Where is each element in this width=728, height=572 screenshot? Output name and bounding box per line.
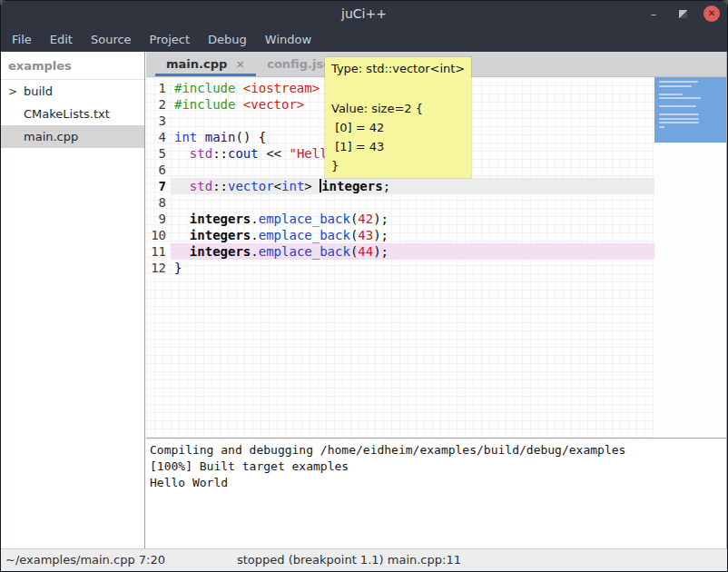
- console-line: [100%] Built target examples: [150, 459, 726, 475]
- file-tree: >buildCMakeLists.txtmain.cpp: [1, 80, 144, 148]
- code-line-11[interactable]: 11 integers.emplace_back(44);: [146, 243, 654, 260]
- console-line: Hello World: [150, 475, 726, 491]
- file-label: CMakeLists.txt: [24, 107, 110, 121]
- minimap-code-line: [659, 81, 698, 83]
- menu-item-edit[interactable]: Edit: [41, 28, 82, 51]
- status-debug-state: stopped (breakpoint 1.1) main.cpp:11: [237, 553, 461, 567]
- file-label: main.cpp: [24, 130, 78, 143]
- minimap-code-line: [659, 118, 699, 120]
- tooltip-value-block: Value: size=2 { [0] = 42 [1] = 43}: [331, 99, 465, 175]
- tab-close-icon[interactable]: ×: [235, 57, 245, 71]
- tooltip-value-line: [1] = 43: [331, 137, 465, 156]
- tooltip-value-line: [0] = 42: [331, 118, 465, 137]
- line-number: 7: [146, 178, 171, 194]
- line-number: 5: [146, 145, 171, 162]
- code-text: }: [171, 260, 654, 276]
- menu-item-debug[interactable]: Debug: [199, 28, 256, 51]
- file-tree-item-main-cpp[interactable]: main.cpp: [1, 125, 144, 148]
- code-text: integers.emplace_back(43);: [171, 227, 654, 243]
- close-icon: ✕: [708, 9, 715, 18]
- status-bar: ~/examples/main.cpp 7:20 stopped (breakp…: [1, 548, 727, 571]
- minimize-button[interactable]: –: [645, 5, 662, 22]
- console-output[interactable]: Compiling and debugging /home/eidheim/ex…: [146, 440, 726, 548]
- minimap-code-line: [659, 105, 696, 107]
- line-number: 1: [146, 80, 171, 96]
- expander-icon[interactable]: >: [8, 85, 24, 98]
- file-tree-item-cmakelists-txt[interactable]: CMakeLists.txt: [1, 103, 144, 125]
- minimap-viewport[interactable]: [654, 77, 726, 143]
- status-file-position: ~/examples/main.cpp 7:20: [5, 553, 165, 567]
- line-number: 9: [146, 211, 171, 227]
- code-line-7[interactable]: 7 std::vector<int> integers;: [146, 178, 654, 194]
- line-number: 11: [146, 243, 171, 260]
- code-text: std::vector<int> integers;: [171, 178, 654, 194]
- minimap-code-line: [659, 126, 664, 128]
- tab-label: main.cpp: [166, 57, 227, 71]
- code-line-12[interactable]: 12}: [146, 260, 654, 276]
- file-tree-panel: examples >buildCMakeLists.txtmain.cpp: [1, 52, 144, 548]
- menu-bar: FileEditSourceProjectDebugWindow: [1, 26, 727, 52]
- window-controls: – ✕: [645, 1, 720, 26]
- menu-item-source[interactable]: Source: [82, 28, 141, 51]
- line-number: 3: [146, 113, 171, 129]
- app-window: juCi++ – ✕ FileEditSourceProjectDebugWin…: [0, 0, 728, 572]
- tooltip-type-line: Type: std::vector<int>: [331, 62, 465, 76]
- tooltip-value-line: }: [331, 156, 465, 175]
- line-number: 4: [146, 129, 171, 145]
- minimap-code-line: [659, 97, 701, 99]
- code-text: integers.emplace_back(42);: [171, 211, 654, 227]
- debug-tooltip: Type: std::vector<int> Value: size=2 { […: [325, 57, 471, 178]
- minimap-code-line: [659, 113, 699, 115]
- file-label: build: [24, 84, 53, 98]
- code-text: [171, 194, 654, 211]
- code-text: integers.emplace_back(44);: [171, 243, 654, 260]
- minimap-code-line: [659, 85, 692, 87]
- editor-panel: main.cpp×config.json 1#include <iostream…: [146, 52, 727, 548]
- menu-item-file[interactable]: File: [3, 28, 41, 51]
- minimize-icon: –: [651, 7, 657, 21]
- title-bar: juCi++ – ✕: [1, 1, 727, 26]
- maximize-icon: [679, 10, 687, 18]
- maximize-button[interactable]: [674, 5, 691, 22]
- line-number: 10: [146, 227, 171, 243]
- code-line-10[interactable]: 10 integers.emplace_back(43);: [146, 227, 654, 243]
- menu-item-window[interactable]: Window: [256, 28, 320, 51]
- console-line: Compiling and debugging /home/eidheim/ex…: [150, 442, 726, 459]
- minimap[interactable]: [654, 77, 726, 438]
- line-number: 6: [146, 162, 171, 178]
- code-line-9[interactable]: 9 integers.emplace_back(42);: [146, 211, 654, 227]
- code-line-8[interactable]: 8: [146, 194, 654, 211]
- minimap-code-line: [659, 94, 683, 95]
- project-name: examples: [1, 52, 144, 80]
- line-number: 2: [146, 96, 171, 113]
- menu-item-project[interactable]: Project: [141, 28, 199, 51]
- close-button[interactable]: ✕: [703, 5, 720, 22]
- tooltip-value-line: Value: size=2 {: [331, 99, 465, 118]
- line-number: 8: [146, 194, 171, 211]
- main-area: examples >buildCMakeLists.txtmain.cpp ma…: [1, 52, 727, 548]
- window-title: juCi++: [341, 6, 387, 21]
- minimap-code-line: [659, 122, 699, 123]
- line-number: 12: [146, 260, 171, 276]
- file-tree-item-build[interactable]: >build: [1, 80, 144, 103]
- tab-main-cpp[interactable]: main.cpp×: [155, 52, 256, 76]
